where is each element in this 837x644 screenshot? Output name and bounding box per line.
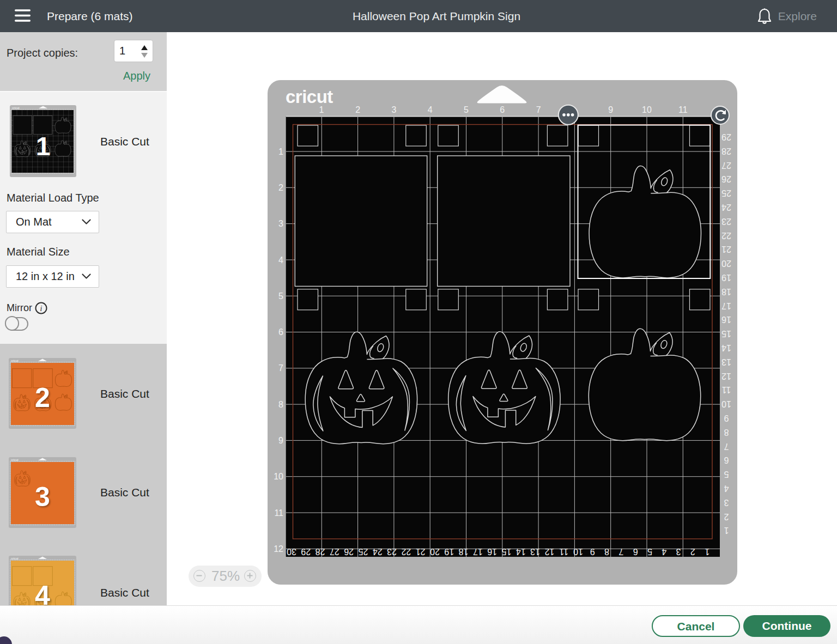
svg-text:13: 13 — [721, 357, 731, 367]
svg-text:3: 3 — [278, 219, 283, 228]
svg-text:29: 29 — [721, 132, 731, 142]
svg-text:5: 5 — [278, 291, 283, 301]
svg-text:18: 18 — [459, 547, 469, 556]
svg-text:10: 10 — [721, 399, 731, 409]
svg-text:9: 9 — [278, 436, 283, 445]
svg-text:6: 6 — [633, 547, 638, 556]
svg-text:20: 20 — [721, 259, 731, 268]
svg-text:12: 12 — [274, 544, 283, 554]
svg-text:16: 16 — [721, 315, 731, 324]
svg-text:24: 24 — [721, 203, 731, 212]
svg-text:3: 3 — [676, 547, 681, 556]
svg-text:9: 9 — [724, 414, 729, 423]
svg-text:16: 16 — [487, 547, 497, 556]
svg-text:13: 13 — [530, 547, 540, 556]
svg-text:7: 7 — [724, 442, 729, 451]
svg-text:8: 8 — [278, 400, 283, 409]
svg-text:6: 6 — [500, 105, 505, 114]
svg-text:15: 15 — [502, 547, 512, 556]
svg-text:15: 15 — [721, 329, 731, 338]
svg-text:9: 9 — [590, 547, 595, 556]
svg-text:6: 6 — [724, 455, 729, 465]
svg-text:4: 4 — [35, 580, 50, 605]
svg-text:cricut: cricut — [12, 106, 20, 110]
svg-text:1: 1 — [36, 132, 51, 161]
svg-text:24: 24 — [373, 547, 383, 556]
svg-text:26: 26 — [721, 174, 731, 184]
svg-text:19: 19 — [444, 547, 454, 556]
svg-text:i: i — [40, 305, 43, 313]
svg-text:7: 7 — [278, 363, 283, 373]
svg-text:3: 3 — [35, 482, 50, 512]
svg-text:1: 1 — [724, 526, 729, 535]
svg-text:5: 5 — [647, 547, 652, 556]
svg-text:18: 18 — [721, 287, 731, 296]
svg-text:8: 8 — [724, 428, 729, 437]
svg-text:20: 20 — [430, 547, 440, 556]
svg-text:26: 26 — [344, 547, 354, 556]
svg-text:27: 27 — [721, 161, 731, 170]
svg-text:7: 7 — [618, 547, 623, 556]
svg-text:29: 29 — [301, 547, 311, 556]
svg-text:5: 5 — [464, 105, 469, 114]
svg-text:4: 4 — [662, 547, 666, 556]
svg-text:2: 2 — [690, 547, 695, 556]
svg-text:4: 4 — [428, 105, 433, 114]
svg-text:17: 17 — [473, 547, 483, 556]
svg-text:cricut: cricut — [11, 557, 19, 560]
svg-text:2: 2 — [355, 105, 360, 114]
svg-text:19: 19 — [721, 273, 731, 282]
svg-text:1: 1 — [319, 105, 324, 114]
svg-text:27: 27 — [330, 547, 339, 556]
svg-text:22: 22 — [721, 231, 731, 240]
svg-text:12: 12 — [721, 372, 731, 381]
svg-text:2: 2 — [35, 382, 50, 413]
svg-text:cricut: cricut — [11, 458, 19, 461]
svg-text:11: 11 — [722, 385, 731, 394]
svg-text:17: 17 — [721, 301, 731, 311]
svg-text:14: 14 — [721, 343, 731, 353]
svg-text:1: 1 — [278, 147, 283, 156]
svg-text:14: 14 — [516, 547, 526, 556]
svg-text:12: 12 — [544, 547, 554, 556]
svg-text:11: 11 — [678, 105, 688, 114]
svg-text:28: 28 — [721, 147, 731, 156]
svg-text:11: 11 — [559, 547, 568, 556]
svg-text:3: 3 — [391, 105, 396, 114]
svg-text:23: 23 — [721, 217, 731, 226]
svg-text:28: 28 — [316, 547, 325, 556]
svg-text:2: 2 — [278, 183, 283, 192]
svg-text:4: 4 — [278, 256, 283, 265]
svg-text:4: 4 — [724, 484, 729, 493]
svg-text:1: 1 — [705, 547, 709, 556]
svg-text:2: 2 — [724, 512, 729, 521]
svg-text:23: 23 — [387, 547, 397, 556]
svg-text:5: 5 — [724, 470, 729, 479]
svg-text:3: 3 — [724, 498, 729, 507]
svg-text:6: 6 — [278, 327, 283, 337]
svg-text:10: 10 — [274, 472, 283, 481]
svg-text:10: 10 — [573, 547, 583, 556]
svg-text:9: 9 — [608, 105, 613, 114]
svg-text:11: 11 — [274, 508, 283, 518]
svg-text:7: 7 — [536, 105, 541, 114]
svg-text:10: 10 — [642, 105, 652, 114]
svg-text:21: 21 — [416, 547, 426, 556]
svg-text:25: 25 — [359, 547, 368, 556]
svg-text:30: 30 — [287, 547, 296, 556]
svg-text:25: 25 — [721, 189, 731, 198]
svg-text:cricut: cricut — [286, 87, 333, 107]
svg-text:21: 21 — [721, 245, 731, 254]
svg-text:22: 22 — [401, 547, 411, 556]
svg-text:8: 8 — [604, 547, 609, 556]
